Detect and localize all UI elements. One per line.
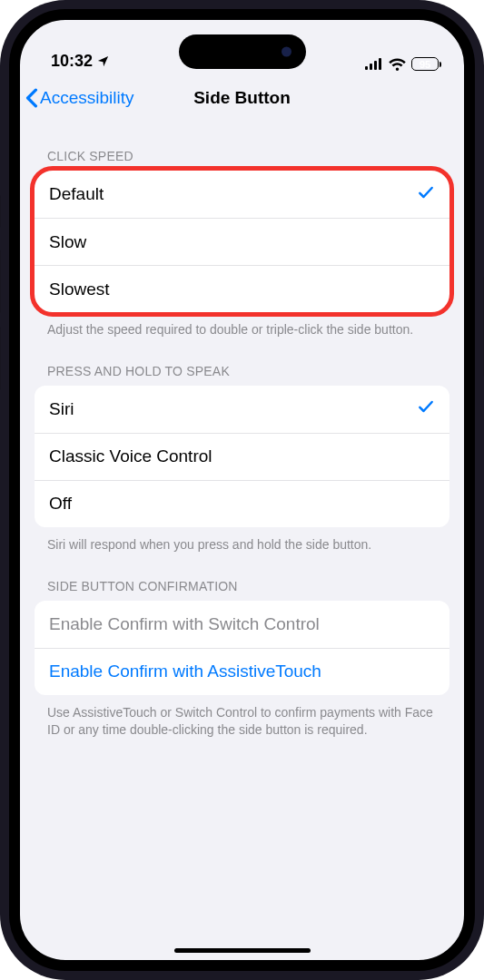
checkmark-icon	[417, 397, 435, 420]
option-label: Siri	[49, 399, 74, 419]
svg-rect-3	[379, 58, 381, 70]
confirmation-group: Enable Confirm with Switch Control Enabl…	[35, 601, 449, 695]
click-speed-option-slowest[interactable]: Slowest	[35, 265, 449, 312]
cellular-icon	[365, 58, 383, 70]
wifi-icon	[389, 58, 406, 71]
press-hold-option-off[interactable]: Off	[35, 480, 449, 527]
option-label: Slowest	[49, 279, 110, 299]
section-footer-press-hold: Siri will respond when you press and hol…	[47, 536, 437, 554]
content-area: CLICK SPEED Default Slow Slowest Adjust …	[20, 123, 464, 942]
svg-rect-0	[365, 66, 368, 70]
dynamic-island	[179, 34, 306, 69]
location-icon	[96, 54, 110, 68]
back-button[interactable]: Accessibility	[25, 73, 133, 123]
home-indicator[interactable]	[174, 948, 311, 953]
press-hold-group: Siri Classic Voice Control Off	[35, 386, 449, 527]
option-label: Slow	[49, 232, 86, 252]
press-hold-option-classic[interactable]: Classic Voice Control	[35, 433, 449, 480]
status-time: 10:32	[51, 52, 93, 71]
volume-up-button	[0, 250, 1, 313]
mute-switch	[0, 195, 1, 228]
nav-bar: Accessibility Side Button	[20, 73, 464, 123]
button-label: Enable Confirm with AssistiveTouch	[49, 662, 321, 681]
section-footer-click-speed: Adjust the speed required to double or t…	[47, 321, 437, 338]
option-label: Classic Voice Control	[49, 446, 212, 466]
enable-assistivetouch-button[interactable]: Enable Confirm with AssistiveTouch	[35, 648, 449, 695]
click-speed-option-default[interactable]: Default	[35, 171, 449, 218]
svg-rect-2	[374, 61, 377, 70]
battery-percent: 95	[420, 59, 430, 70]
phone-frame: 10:32	[0, 0, 484, 980]
option-label: Default	[49, 184, 104, 204]
section-header-confirmation: SIDE BUTTON CONFIRMATION	[47, 579, 449, 593]
press-hold-option-siri[interactable]: Siri	[35, 386, 449, 433]
click-speed-option-slow[interactable]: Slow	[35, 218, 449, 265]
section-header-click-speed: CLICK SPEED	[47, 149, 449, 163]
option-label: Off	[49, 494, 72, 514]
enable-switch-control-button[interactable]: Enable Confirm with Switch Control	[35, 601, 449, 648]
back-label: Accessibility	[40, 88, 133, 108]
svg-rect-1	[370, 64, 372, 70]
volume-down-button	[0, 327, 1, 390]
button-label: Enable Confirm with Switch Control	[49, 614, 320, 634]
screen: 10:32	[9, 9, 475, 971]
checkmark-icon	[417, 183, 435, 206]
battery-indicator: 95	[411, 57, 439, 71]
chevron-left-icon	[25, 88, 38, 108]
page-title: Side Button	[193, 88, 291, 108]
section-footer-confirmation: Use AssistiveTouch or Switch Control to …	[47, 704, 437, 739]
click-speed-group: Default Slow Slowest	[35, 171, 449, 312]
section-header-press-hold: PRESS AND HOLD TO SPEAK	[47, 364, 449, 378]
